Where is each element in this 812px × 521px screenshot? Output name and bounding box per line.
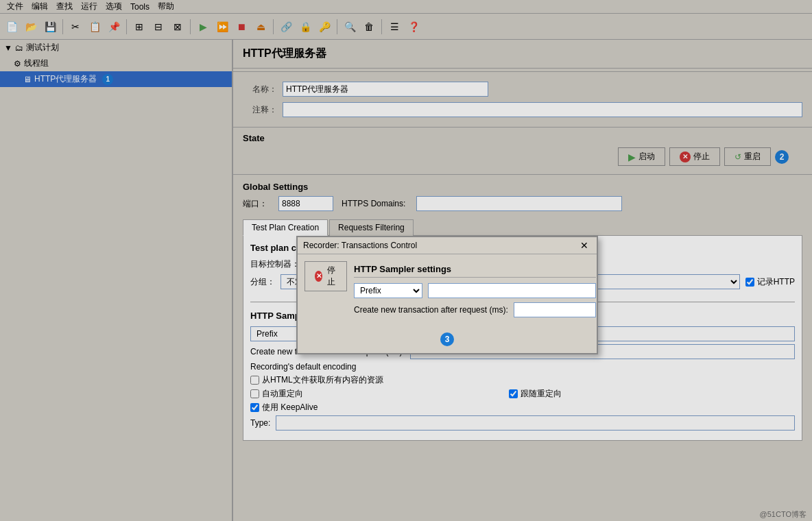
dialog-transaction-label: Create new transaction after request (ms… bbox=[354, 305, 508, 315]
dialog-stop-icon: ✕ bbox=[315, 271, 322, 282]
dialog-content: HTTP Sampler settings Prefix Number Time… bbox=[354, 261, 596, 322]
dialog-stop-button[interactable]: ✕ 停止 bbox=[304, 261, 347, 291]
dialog-badge-3: 3 bbox=[440, 332, 454, 346]
dialog-footer: 3 bbox=[298, 328, 597, 353]
dialog-http-title: HTTP Sampler settings bbox=[354, 261, 596, 278]
dialog-body: ✕ 停止 HTTP Sampler settings Prefix Number… bbox=[298, 254, 597, 328]
dialog-stop-label: 停止 bbox=[325, 265, 337, 288]
dialog-transaction-input[interactable] bbox=[514, 302, 596, 317]
dialog-title: Recorder: Transactions Control bbox=[303, 241, 417, 250]
dialog-prefix-row: Prefix Number Timestamp bbox=[354, 283, 596, 298]
dialog-overlay: Recorder: Transactions Control ✕ ✕ 停止 HT… bbox=[0, 0, 812, 521]
dialog-prefix-input[interactable] bbox=[428, 283, 596, 298]
dialog-prefix-select[interactable]: Prefix Number Timestamp bbox=[354, 283, 422, 298]
dialog-close-button[interactable]: ✕ bbox=[577, 240, 591, 251]
dialog-stop-area: ✕ 停止 bbox=[304, 261, 347, 291]
dialog-transaction-row: Create new transaction after request (ms… bbox=[354, 302, 596, 317]
recorder-dialog: Recorder: Transactions Control ✕ ✕ 停止 HT… bbox=[296, 236, 598, 354]
dialog-title-bar: Recorder: Transactions Control ✕ bbox=[298, 237, 597, 254]
